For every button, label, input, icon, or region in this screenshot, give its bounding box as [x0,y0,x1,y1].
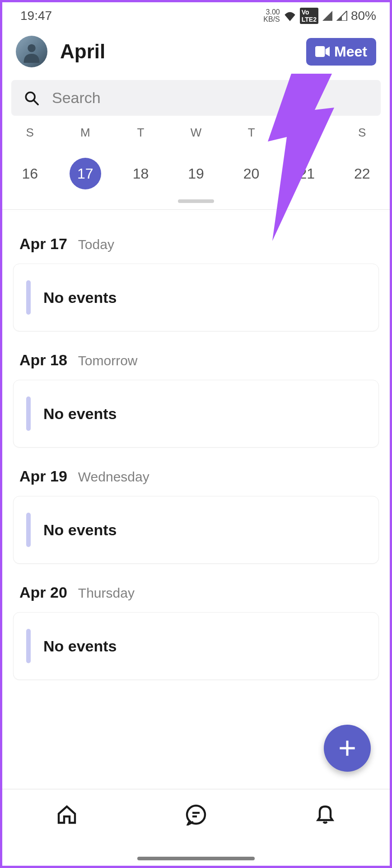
agenda-label: Thursday [78,585,135,601]
agenda-list[interactable]: Apr 17 Today No events Apr 18 Tomorrow N… [2,210,390,680]
day-number: 21 [291,158,322,189]
data-speed: 3.00 KB/S [263,9,280,23]
day-col-fri[interactable]: F 21 [279,126,335,189]
search-bar[interactable]: Search [11,80,381,116]
dow-label: W [191,126,202,140]
event-card[interactable]: No events [13,380,379,448]
agenda-date: Apr 18 [19,351,67,369]
profile-avatar[interactable] [16,36,47,67]
day-col-wed[interactable]: W 19 [168,126,224,189]
day-col-sat[interactable]: S 22 [334,126,390,189]
agenda-label: Today [78,237,114,252]
search-placeholder: Search [52,89,101,107]
status-right: 3.00 KB/S VoLTE2 80% [263,8,376,24]
day-number: 20 [236,158,267,189]
sheet-drag-handle[interactable] [178,199,214,203]
week-strip: S 16 M 17 T 18 W 19 T 20 F 21 S 22 [2,116,390,198]
day-col-thu[interactable]: T 20 [224,126,279,189]
event-text: No events [43,521,117,539]
svg-line-3 [33,100,38,104]
event-text: No events [43,637,117,655]
event-color-bar [26,396,31,431]
event-color-bar [26,513,31,547]
signal-icon-1 [322,11,333,21]
agenda-date: Apr 19 [19,467,67,485]
bottom-nav [2,789,390,866]
meet-button[interactable]: Meet [306,38,376,66]
day-col-sun[interactable]: S 16 [2,126,58,189]
day-col-mon[interactable]: M 17 [58,126,113,189]
event-color-bar [26,280,31,315]
app-header: April Meet [2,28,390,75]
bell-icon [314,804,336,826]
wifi-icon [284,10,296,21]
home-icon [56,804,78,826]
event-color-bar [26,629,31,663]
nav-notifications[interactable] [313,802,338,827]
dow-label: M [80,126,90,140]
dow-label: S [26,126,34,140]
day-number-selected: 17 [70,158,101,189]
agenda-date: Apr 17 [19,235,67,253]
svg-point-0 [28,44,36,52]
agenda-section-header: Apr 19 Wednesday [13,448,379,496]
event-text: No events [43,405,117,423]
agenda-section-header: Apr 18 Tomorrow [13,331,379,380]
plus-icon [338,739,356,757]
day-number: 16 [14,158,46,189]
day-col-tue[interactable]: T 18 [113,126,168,189]
day-number: 18 [125,158,156,189]
dow-label: F [303,126,310,140]
battery-percent: 80% [351,9,376,23]
agenda-label: Wednesday [78,469,149,485]
gesture-bar[interactable] [137,857,255,860]
agenda-section-header: Apr 17 Today [13,215,379,264]
dow-label: S [358,126,366,140]
volte-badge: VoLTE2 [300,8,318,24]
add-event-fab[interactable] [324,725,371,772]
nav-chat[interactable] [183,802,209,827]
dow-label: T [137,126,145,140]
agenda-date: Apr 20 [19,584,67,601]
nav-home[interactable] [54,802,79,827]
event-card[interactable]: No events [13,264,379,331]
dow-label: T [248,126,255,140]
month-title[interactable]: April [60,40,105,63]
video-camera-icon [315,46,330,57]
chat-icon [185,804,207,826]
agenda-label: Tomorrow [78,353,138,368]
svg-rect-1 [315,46,325,57]
meet-button-label: Meet [334,43,367,60]
agenda-section-header: Apr 20 Thursday [13,564,379,612]
status-bar: 19:47 3.00 KB/S VoLTE2 80% [2,2,390,28]
event-card[interactable]: No events [13,612,379,680]
day-number: 19 [180,158,212,189]
day-number: 22 [346,158,378,189]
signal-icon-2 [336,11,347,21]
event-text: No events [43,289,117,307]
event-card[interactable]: No events [13,496,379,564]
status-time: 19:47 [20,9,52,23]
search-icon [24,90,39,106]
